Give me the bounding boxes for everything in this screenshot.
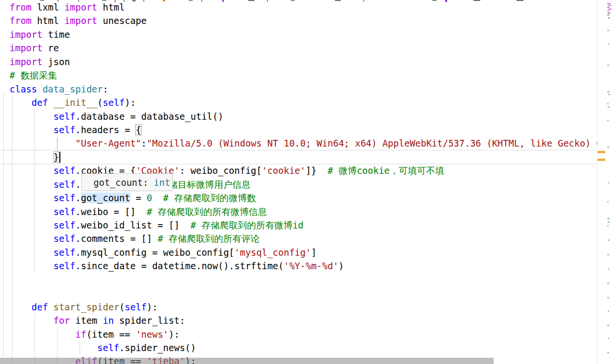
code-line[interactable]: "User-Agent":"Mozilla/5.0 (Windows NT 10… bbox=[10, 136, 597, 150]
code-line[interactable]: self.comments = [] # 存储爬取到的所有评论 bbox=[10, 232, 597, 245]
tooltip-symbol: got_count: bbox=[93, 177, 154, 188]
code-line[interactable]: self.spider_news() bbox=[10, 341, 597, 354]
code-editor[interactable]: from lxml import htmlfrom html import un… bbox=[0, 0, 612, 364]
code-line[interactable]: if(item == 'news'): bbox=[10, 328, 597, 341]
hover-tooltip: got_count: int bbox=[81, 173, 173, 191]
code-line[interactable]: import json bbox=[10, 55, 597, 68]
code-line[interactable]: for item in spider_list: bbox=[10, 314, 597, 327]
text-caret bbox=[59, 152, 60, 163]
code-line[interactable] bbox=[10, 273, 597, 286]
horizontal-scrollbar[interactable] bbox=[0, 357, 597, 364]
code-line[interactable]: def start_spider(self): bbox=[10, 300, 597, 314]
code-line[interactable]: self.database = database_util() bbox=[10, 110, 597, 123]
code-line[interactable] bbox=[10, 286, 597, 300]
code-line[interactable]: self.weibo = [] # 存储爬取到的所有微博信息 bbox=[10, 205, 597, 218]
code-line[interactable]: def __init__(self): bbox=[10, 96, 597, 109]
modified-line-marker bbox=[598, 159, 605, 161]
code-line[interactable]: # 数据采集 bbox=[10, 68, 597, 82]
code-line[interactable]: self.since_date = datetime.now().strftim… bbox=[10, 259, 597, 273]
code-line[interactable]: self.headers = { bbox=[10, 123, 597, 136]
code-line[interactable]: } bbox=[10, 150, 597, 164]
scrollbar-thumb[interactable] bbox=[0, 358, 494, 364]
code-line[interactable]: class data_spider: bbox=[10, 82, 597, 96]
right-panel bbox=[597, 0, 612, 364]
top-clipped-line bbox=[0, 0, 597, 3]
code-line[interactable]: self.weibo_id_list = [] # 存储爬取到的所有微博id bbox=[10, 218, 597, 232]
code-line[interactable]: self.mysql_config = weibo_config['mysql_… bbox=[10, 246, 597, 259]
code-line[interactable]: import re bbox=[10, 41, 597, 55]
code-line[interactable]: import time bbox=[10, 28, 597, 41]
modified-line-marker bbox=[598, 151, 605, 153]
tooltip-type: int bbox=[154, 177, 170, 188]
code-line[interactable]: from html import unescape bbox=[10, 14, 597, 27]
code-line[interactable]: self.got_count = 0 # 存储爬取到的微博数 bbox=[10, 191, 597, 205]
